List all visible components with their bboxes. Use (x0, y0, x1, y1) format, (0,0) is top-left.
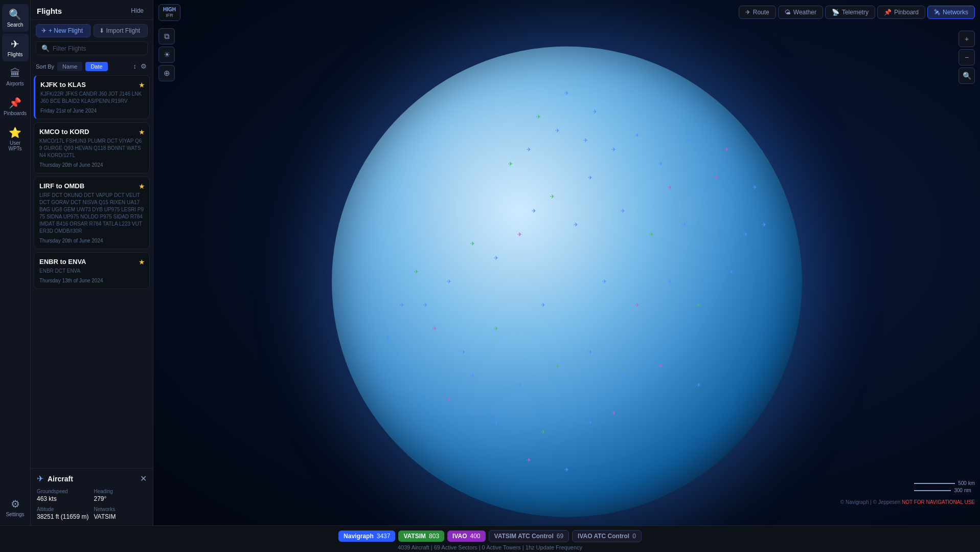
sort-order-button[interactable]: ↕ (132, 61, 138, 71)
aircraft-dot[interactable]: ✈ (494, 419, 498, 426)
hide-button[interactable]: Hide (128, 6, 147, 15)
aircraft-dot[interactable]: ✈ (621, 208, 625, 214)
aircraft-dot[interactable]: ✈ (470, 372, 475, 379)
sidebar-item-search[interactable]: 🔍 Search (2, 4, 29, 32)
aircraft-dot[interactable]: ✈ (611, 146, 616, 153)
aircraft-dot[interactable]: ✈ (508, 161, 513, 167)
import-flight-button[interactable]: ⬇ Import Flight (94, 24, 148, 37)
sidebar-item-flights[interactable]: ✈ Flights (2, 34, 29, 61)
aircraft-dot[interactable]: ✈ (649, 231, 654, 238)
aircraft-dot[interactable]: ✈ (588, 174, 592, 181)
aircraft-dot[interactable]: ✈ (541, 302, 545, 308)
zoom-out-button[interactable]: − (959, 49, 975, 65)
map-weather-button[interactable]: 🌤 Weather (778, 6, 823, 19)
aircraft-dot[interactable]: ✈ (414, 269, 419, 275)
aircraft-dot[interactable]: ✈ (447, 396, 451, 403)
flight-star-icon[interactable]: ★ (139, 81, 145, 89)
aircraft-dot[interactable]: ✈ (658, 363, 663, 369)
flight-star-icon[interactable]: ★ (139, 182, 145, 190)
sidebar-item-pinboards[interactable]: 📌 Pinboards (2, 93, 29, 120)
aircraft-dot[interactable]: ✈ (687, 137, 691, 144)
telemetry-icon: 📡 (832, 9, 839, 16)
map-telemetry-button[interactable]: 📡 Telemetry (825, 6, 875, 19)
aircraft-dot[interactable]: ✈ (635, 133, 640, 139)
layer-stack-button[interactable]: ⧉ (158, 28, 175, 45)
map-networks-button[interactable]: 🛰 Networks (927, 6, 975, 19)
aircraft-dot[interactable]: ✈ (743, 231, 748, 238)
flight-item[interactable]: ENBR to ENVA ENBR DCT ENVA Thursday 13th… (34, 252, 150, 289)
aircraft-dot[interactable]: ✈ (423, 302, 428, 308)
flight-item[interactable]: LIRF to OMDB LIRF DCT OKUNO DCT VAPUP DC… (34, 176, 150, 249)
aircraft-dot[interactable]: ✈ (400, 302, 404, 308)
map-route-button[interactable]: ✈ Route (739, 6, 776, 19)
compass-button[interactable]: ⊕ (158, 65, 175, 81)
aircraft-dot[interactable]: ✈ (432, 325, 437, 332)
ifr-badge[interactable]: HIGH IFR (158, 4, 180, 21)
network-badge-vatsim-atc[interactable]: VATSIM ATC Control 69 (489, 530, 569, 542)
aircraft-dot[interactable]: ✈ (696, 302, 701, 308)
altitude-value: 38251 ft (11659 m) (37, 513, 90, 520)
aircraft-dot[interactable]: ✈ (541, 429, 545, 435)
aircraft-dot[interactable]: ✈ (550, 193, 555, 200)
new-flight-button[interactable]: ✈ + New Flight (36, 24, 90, 37)
aircraft-dot[interactable]: ✈ (385, 335, 390, 341)
aircraft-dot[interactable]: ✈ (470, 240, 475, 247)
brightness-button[interactable]: ☀ (158, 47, 175, 63)
aircraft-dot[interactable]: ✈ (621, 372, 625, 379)
aircraft-dot[interactable]: ✈ (724, 146, 729, 153)
aircraft-close-button[interactable]: ✕ (140, 474, 147, 483)
aircraft-dot[interactable]: ✈ (461, 349, 466, 356)
aircraft-dot[interactable]: ✈ (696, 382, 701, 388)
filter-flights-input[interactable] (53, 45, 142, 52)
sort-date-button[interactable]: Date (85, 62, 107, 71)
aircraft-dot[interactable]: ✈ (532, 208, 536, 214)
aircraft-dot[interactable]: ✈ (555, 363, 560, 369)
aircraft-dot[interactable]: ✈ (564, 90, 569, 97)
search-right-button[interactable]: 🔍 (959, 68, 975, 84)
aircraft-dot[interactable]: ✈ (602, 278, 607, 285)
aircraft-dot[interactable]: ✈ (517, 231, 522, 238)
aircraft-dot[interactable]: ✈ (564, 467, 569, 473)
flight-item[interactable]: KMCO to KORD KMCO/17L FSHUN3 PLUMR DCT V… (34, 122, 150, 173)
vatsim-count: 803 (429, 533, 439, 540)
network-badge-vatsim[interactable]: VATSIM 803 (398, 531, 444, 542)
flight-star-icon[interactable]: ★ (139, 128, 145, 136)
aircraft-dot[interactable]: ✈ (592, 109, 597, 116)
aircraft-dot[interactable]: ✈ (658, 161, 663, 167)
aircraft-dot[interactable]: ✈ (682, 222, 687, 228)
network-badge-ivao-atc[interactable]: IVAO ATC Control 0 (572, 530, 642, 542)
sidebar-item-settings[interactable]: ⚙ Settings (2, 494, 29, 521)
aircraft-dot[interactable]: ✈ (715, 174, 719, 181)
aircraft-dot[interactable]: ✈ (517, 382, 522, 388)
aircraft-dot[interactable]: ✈ (494, 325, 498, 332)
aircraft-dot[interactable]: ✈ (527, 146, 531, 153)
aircraft-dot[interactable]: ✈ (635, 302, 640, 308)
aircraft-dot[interactable]: ✈ (583, 137, 588, 144)
map-area[interactable]: HIGH IFR ✈ Route 🌤 Weather 📡 Telemetry (153, 0, 980, 525)
aircraft-dot[interactable]: ✈ (668, 278, 672, 285)
network-badge-navigraph[interactable]: Navigraph 3437 (338, 531, 395, 542)
aircraft-dot[interactable]: ✈ (574, 222, 578, 228)
sidebar-item-airports[interactable]: 🏛 Airports (2, 63, 29, 91)
aircraft-dot[interactable]: ✈ (753, 184, 757, 191)
aircraft-dot[interactable]: ✈ (536, 114, 541, 120)
aircraft-dot[interactable]: ✈ (555, 127, 560, 134)
aircraft-dot[interactable]: ✈ (705, 198, 710, 205)
aircraft-dot[interactable]: ✈ (494, 255, 498, 261)
network-badge-ivao[interactable]: IVAO 400 (447, 531, 485, 542)
map-pinboard-button[interactable]: 📌 Pinboard (877, 6, 925, 19)
flight-star-icon[interactable]: ★ (139, 258, 145, 266)
aircraft-dot[interactable]: ✈ (447, 278, 451, 285)
sort-name-button[interactable]: Name (57, 62, 82, 71)
aircraft-dot[interactable]: ✈ (762, 222, 766, 228)
aircraft-dot[interactable]: ✈ (527, 457, 531, 463)
zoom-in-button[interactable]: + (959, 31, 975, 47)
aircraft-dot[interactable]: ✈ (588, 419, 592, 426)
aircraft-dot[interactable]: ✈ (588, 349, 592, 356)
aircraft-dot[interactable]: ✈ (668, 184, 672, 191)
aircraft-dot[interactable]: ✈ (729, 269, 734, 275)
aircraft-dot[interactable]: ✈ (611, 410, 616, 416)
sidebar-item-user-wpts[interactable]: ⭐ User WPTs (2, 122, 29, 156)
flight-item[interactable]: KJFK to KLAS KJFK/22R JFKS CANDR J60 JOT… (34, 75, 150, 119)
sort-filter-button[interactable]: ⚙ (140, 61, 148, 71)
